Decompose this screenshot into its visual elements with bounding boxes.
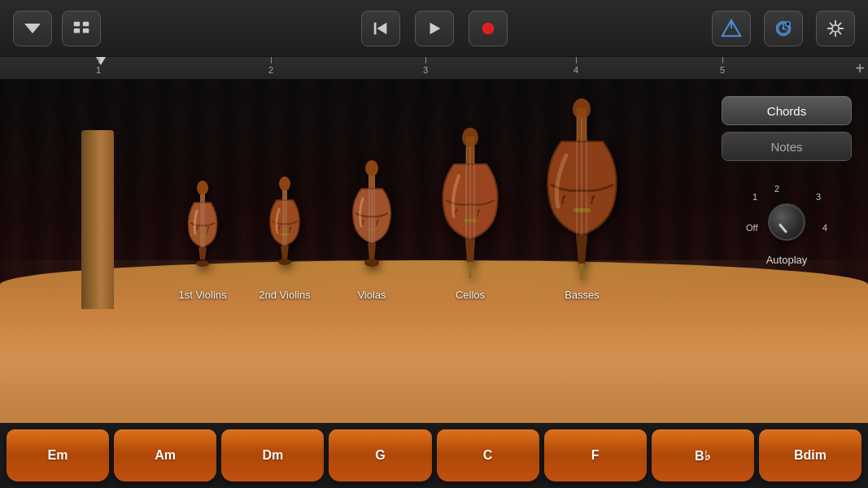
tuner-button[interactable] (712, 11, 751, 46)
instrument-label-cellos: Cellos (456, 289, 485, 301)
ruler-mark-1: 1 (96, 57, 101, 75)
svg-point-44 (364, 259, 379, 267)
instrument-group-cellos[interactable]: f f Cellos (430, 125, 511, 301)
instrument-group-violas[interactable]: f f Violas (338, 158, 405, 301)
viola: f f (338, 158, 405, 284)
svg-rect-2 (83, 21, 89, 26)
play-button[interactable] (415, 11, 454, 46)
chord-button-g[interactable]: G (329, 429, 431, 481)
autoplay-section: Off 1 2 3 4 Autoplay (722, 184, 852, 266)
instrument-label-2nd-violins: 2nd Violins (259, 289, 310, 301)
instrument-group-basses[interactable]: f f Basses (535, 97, 629, 301)
knob-label-off: Off (746, 223, 757, 233)
timeline-ruler[interactable]: 1 2 3 4 5 + (0, 57, 868, 80)
chord-button-bdim[interactable]: Bdim (759, 429, 861, 481)
instrument-group-2nd-violins[interactable]: f f 2nd Violins (255, 174, 314, 301)
svg-marker-6 (377, 22, 386, 34)
cello: f f (430, 125, 511, 284)
svg-point-35 (278, 259, 291, 265)
bass: f f (535, 97, 629, 284)
toolbar (0, 0, 868, 57)
svg-rect-1 (74, 21, 80, 26)
knob-label-3: 3 (816, 192, 821, 202)
svg-point-13 (786, 21, 791, 26)
stage-area: f f 1st Violins (0, 80, 868, 423)
svg-point-8 (482, 22, 494, 34)
chord-bar: Em Am Dm G C F B♭ Bdim (0, 423, 868, 488)
svg-marker-7 (430, 22, 440, 34)
autoplay-label: Autoplay (766, 254, 808, 266)
knob-label-1: 1 (752, 192, 757, 202)
notes-button[interactable]: Notes (722, 132, 852, 161)
tempo-button[interactable] (764, 11, 803, 46)
instrument-label-basses: Basses (565, 289, 600, 301)
chord-button-bb[interactable]: B♭ (652, 429, 754, 481)
instrument-label-1st-violins: 1st Violins (178, 289, 226, 301)
settings-button[interactable] (816, 11, 855, 46)
svg-rect-58 (574, 208, 591, 212)
autoplay-knob-area: Off 1 2 3 4 (746, 184, 827, 249)
instrument-label-violas: Violas (357, 289, 386, 301)
instruments-section: f f 1st Violins (98, 97, 705, 301)
chords-button[interactable]: Chords (722, 96, 852, 125)
right-panel: Chords Notes Off 1 2 3 4 Autoplay (705, 80, 868, 423)
instrument-group-1st-violins[interactable]: f f 1st Violins (174, 178, 231, 301)
violin-2nd: f f (255, 174, 314, 284)
add-track-button[interactable]: + (855, 59, 865, 77)
ruler-mark-5: 5 (720, 57, 725, 75)
chord-button-am[interactable]: Am (114, 429, 216, 481)
knob-label-2: 2 (774, 184, 779, 194)
svg-marker-0 (24, 24, 41, 33)
svg-rect-4 (83, 28, 89, 33)
svg-point-16 (783, 27, 785, 29)
svg-point-26 (196, 260, 209, 267)
autoplay-knob[interactable] (768, 203, 805, 241)
chord-button-dm[interactable]: Dm (221, 429, 324, 481)
violin-1st: f f (174, 178, 231, 284)
dropdown-button[interactable] (13, 11, 52, 46)
ruler-mark-4: 4 (574, 57, 578, 75)
chord-button-f[interactable]: F (544, 429, 647, 481)
svg-rect-3 (74, 28, 80, 33)
knob-label-4: 4 (822, 223, 827, 233)
svg-point-17 (832, 24, 839, 31)
tracks-button[interactable] (62, 11, 101, 46)
ruler-mark-2: 2 (268, 57, 273, 75)
ruler-mark-3: 3 (423, 57, 428, 75)
chord-button-em[interactable]: Em (7, 429, 109, 481)
svg-rect-5 (373, 22, 376, 34)
rewind-button[interactable] (361, 11, 400, 46)
record-button[interactable] (469, 11, 508, 46)
chord-button-c[interactable]: C (437, 429, 539, 481)
